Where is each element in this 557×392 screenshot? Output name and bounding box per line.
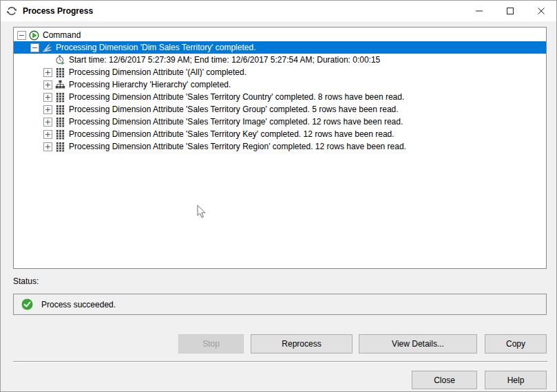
tree-row-label: Command [41, 30, 82, 40]
window-title: Process Progress [23, 6, 93, 16]
status-message: Process succeeded. [41, 300, 116, 309]
tree-row-label: Processing Dimension 'Dim Sales Territor… [54, 43, 257, 52]
tree-row-label: Processing Dimension Attribute 'Sales Te… [67, 129, 396, 139]
minimize-button[interactable] [463, 1, 494, 21]
tree-row[interactable]: Start time: 12/6/2017 5:27:39 AM; End ti… [14, 54, 546, 66]
button-divider [13, 361, 547, 362]
title-bar: Process Progress [1, 1, 556, 21]
dimension-icon [41, 42, 52, 53]
attribute-grid-icon [54, 141, 65, 152]
expand-icon[interactable] [43, 80, 52, 89]
view-details-button[interactable]: View Details... [359, 334, 477, 353]
tree-row[interactable]: Command [14, 29, 546, 41]
tree-row-label: Processing Dimension Attribute '(All)' c… [67, 67, 248, 77]
attribute-grid-icon [54, 129, 65, 140]
expand-icon[interactable] [43, 105, 52, 114]
tree-row[interactable]: Processing Dimension Attribute 'Sales Te… [14, 91, 546, 103]
success-icon [21, 298, 33, 310]
close-button[interactable] [525, 1, 556, 21]
reprocess-button[interactable]: Reprocess [251, 334, 353, 353]
window-controls [463, 1, 556, 21]
play-circle-icon [28, 30, 39, 41]
expand-icon[interactable] [43, 142, 52, 151]
help-button[interactable]: Help [485, 371, 547, 389]
close-icon [537, 7, 545, 15]
tree-row[interactable]: Processing Dimension Attribute 'Sales Te… [14, 128, 546, 140]
expand-icon[interactable] [43, 68, 52, 77]
collapse-icon[interactable] [17, 31, 26, 40]
tree-row-label: Processing Dimension Attribute 'Sales Te… [67, 117, 404, 127]
collapse-icon[interactable] [30, 43, 39, 52]
process-icon [6, 6, 17, 17]
tree-row-label: Processing Dimension Attribute 'Sales Te… [67, 92, 406, 102]
tree-row[interactable]: Processing Dimension Attribute 'Sales Te… [14, 103, 546, 116]
toggle-spacer [43, 56, 52, 65]
tree-row[interactable]: Processing Dimension 'Dim Sales Territor… [14, 41, 546, 54]
dialog-body: CommandProcessing Dimension 'Dim Sales T… [1, 21, 556, 391]
maximize-icon [506, 7, 514, 15]
expand-icon[interactable] [43, 130, 52, 139]
tree-row[interactable]: Processing Dimension Attribute 'Sales Te… [14, 116, 546, 128]
attribute-grid-icon [54, 91, 65, 102]
status-box: Process succeeded. [13, 294, 547, 315]
progress-tree: CommandProcessing Dimension 'Dim Sales T… [13, 27, 547, 269]
process-progress-dialog: Process Progress CommandProcessing Dimen… [0, 0, 557, 392]
status-label: Status: [13, 276, 39, 286]
stopwatch-icon [54, 54, 65, 65]
stop-button: Stop [178, 334, 244, 353]
expand-icon[interactable] [43, 118, 52, 127]
tree-row[interactable]: Processing Dimension Attribute '(All)' c… [14, 66, 546, 78]
attribute-grid-icon [54, 104, 65, 115]
attribute-grid-icon [54, 67, 65, 78]
tree-row[interactable]: Processing Hierarchy 'Hierarchy' complet… [14, 78, 546, 91]
tree-row[interactable]: Processing Dimension Attribute 'Sales Te… [14, 140, 546, 153]
copy-button[interactable]: Copy [485, 334, 547, 353]
expand-icon[interactable] [43, 93, 52, 102]
tree-row-label: Processing Hierarchy 'Hierarchy' complet… [67, 80, 232, 89]
attribute-grid-icon [54, 116, 65, 127]
tree-row-label: Processing Dimension Attribute 'Sales Te… [67, 142, 408, 151]
tree-row-label: Processing Dimension Attribute 'Sales Te… [67, 105, 400, 114]
minimize-icon [475, 7, 483, 15]
tree-row-label: Start time: 12/6/2017 5:27:39 AM; End ti… [67, 55, 381, 65]
maximize-button[interactable] [494, 1, 525, 21]
close-dialog-button[interactable]: Close [412, 371, 477, 389]
hierarchy-icon [54, 79, 65, 90]
